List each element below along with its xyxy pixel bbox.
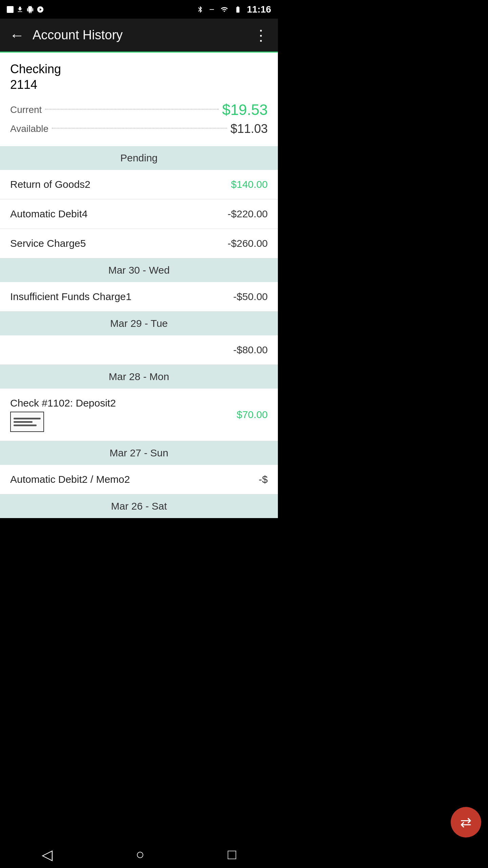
status-time: 11:16 [247, 4, 271, 15]
more-options-button[interactable]: ⋮ [250, 23, 272, 47]
available-amount: $11.03 [230, 122, 268, 136]
transaction-label: Service Charge5 [10, 238, 228, 249]
download-icon [16, 6, 24, 13]
transaction-amount: $140.00 [231, 179, 268, 190]
mar26-section-header: Mar 26 - Sat [0, 494, 278, 518]
current-amount: $19.53 [222, 101, 268, 118]
battery-icon [233, 6, 243, 13]
list-item[interactable]: Check #1102: Deposit2 $70.00 [0, 389, 278, 441]
transaction-with-icon: Check #1102: Deposit2 [10, 397, 237, 432]
current-label: Current [10, 104, 42, 115]
main-content: Checking 2114 Current $19.53 Available $… [0, 53, 278, 518]
android-icon [26, 6, 34, 13]
account-info-section: Checking 2114 Current $19.53 Available $… [0, 53, 278, 146]
pending-section-header: Pending [0, 146, 278, 170]
page-title: Account History [33, 28, 250, 42]
account-type: Checking [10, 62, 268, 76]
transaction-label: Automatic Debit2 / Memo2 [10, 474, 259, 485]
transaction-amount: -$220.00 [228, 208, 268, 220]
transaction-amount: -$ [259, 474, 268, 485]
check-line-1 [14, 418, 41, 419]
list-item[interactable]: Service Charge5 -$260.00 [0, 229, 278, 258]
mar27-section-header: Mar 27 - Sun [0, 441, 278, 465]
signal-icon [220, 6, 229, 13]
list-item[interactable]: Automatic Debit2 / Memo2 -$ [0, 465, 278, 494]
account-number: 2114 [10, 78, 268, 92]
notification-icon [37, 6, 44, 13]
status-icons-left [7, 6, 44, 13]
mar29-section-header: Mar 29 - Tue [0, 312, 278, 335]
bluetooth-icon [197, 6, 204, 13]
list-item[interactable]: Insufficient Funds Charge1 -$50.00 [0, 282, 278, 312]
list-item[interactable]: Automatic Debit4 -$220.00 [0, 199, 278, 229]
mar28-section-header: Mar 28 - Mon [0, 365, 278, 389]
mar30-section-header: Mar 30 - Wed [0, 258, 278, 282]
dotted-separator-2 [52, 128, 227, 129]
transaction-amount: -$260.00 [228, 238, 268, 249]
check-line-2 [14, 421, 33, 423]
back-button[interactable]: ← [6, 23, 28, 47]
wifi-icon [7, 6, 14, 13]
current-balance-row: Current $19.53 [10, 101, 268, 118]
transaction-label: Return of Goods2 [10, 179, 231, 190]
list-item[interactable]: -$80.00 [0, 335, 278, 365]
transaction-amount: -$50.00 [233, 291, 268, 302]
transaction-amount: $70.00 [237, 409, 268, 420]
available-label: Available [10, 123, 48, 134]
status-right: 11:16 [197, 4, 271, 15]
check-image-icon [10, 412, 44, 432]
check-line-3 [14, 425, 37, 426]
check-lines [14, 418, 41, 426]
dotted-separator [45, 109, 219, 110]
transaction-label: Check #1102: Deposit2 [10, 397, 237, 409]
available-balance-row: Available $11.03 [10, 122, 268, 136]
nav-bar: ← Account History ⋮ [0, 19, 278, 53]
minus-icon [208, 6, 216, 13]
transaction-label: Insufficient Funds Charge1 [10, 291, 233, 302]
status-bar: 11:16 [0, 0, 278, 19]
transaction-amount: -$80.00 [233, 344, 268, 356]
list-item[interactable]: Return of Goods2 $140.00 [0, 170, 278, 199]
transaction-label: Automatic Debit4 [10, 208, 228, 220]
